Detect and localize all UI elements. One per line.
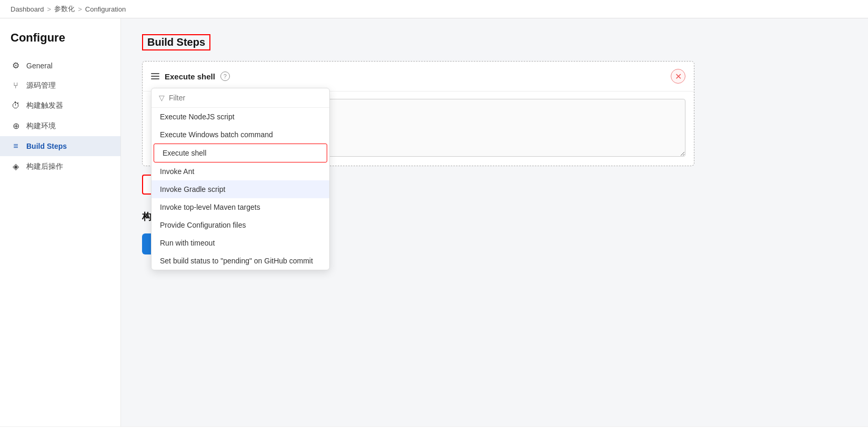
dropdown-item-set-build-status[interactable]: Set build status to "pending" on GitHub … (152, 252, 329, 270)
sidebar-label-source: 源码管理 (26, 81, 56, 90)
separator-1: > (47, 5, 52, 13)
list-icon: ≡ (11, 141, 21, 151)
sidebar-label-build-steps: Build Steps (26, 142, 67, 150)
dropdown-item-invoke-ant[interactable]: Invoke Ant (152, 162, 329, 180)
globe-icon: ⊕ (11, 121, 21, 131)
separator-2: > (78, 5, 82, 13)
breadcrumb-configuration: Configuration (85, 5, 126, 13)
sidebar-item-env[interactable]: ⊕ 构建环境 (0, 116, 120, 136)
sidebar-item-post-build[interactable]: ◈ 构建后操作 (0, 156, 120, 177)
dropdown-item-execute-nodejs[interactable]: Execute NodeJS script (152, 108, 329, 126)
sidebar-label-triggers: 构建触发器 (26, 101, 63, 110)
top-bar: Dashboard > 参数化 > Configuration (0, 0, 868, 18)
breadcrumb-dashboard[interactable]: Dashboard (11, 5, 44, 13)
dropdown-item-invoke-gradle[interactable]: Invoke Gradle script (152, 180, 329, 198)
sidebar-label-post-build: 构建后操作 (26, 162, 63, 171)
configure-title: Configure (0, 31, 120, 55)
dropdown-item-execute-shell[interactable]: Execute shell (154, 144, 327, 162)
breadcrumb-parameterize[interactable]: 参数化 (54, 4, 75, 14)
box-icon: ◈ (11, 161, 21, 171)
build-step-header: Execute shell ? ✕ (143, 62, 694, 91)
clock-icon: ⏱ (11, 101, 21, 110)
dropdown-item-execute-windows[interactable]: Execute Windows batch command (152, 126, 329, 144)
filter-icon: ▽ (159, 94, 165, 102)
sidebar-label-env: 构建环境 (26, 121, 56, 131)
branch-icon: ⑂ (11, 81, 21, 90)
sidebar-item-triggers[interactable]: ⏱ 构建触发器 (0, 96, 120, 116)
dropdown-item-provide-config[interactable]: Provide Configuration files (152, 216, 329, 234)
drag-handle-icon[interactable] (151, 73, 159, 79)
gear-icon: ⚙ (11, 60, 21, 70)
dropdown-item-run-timeout[interactable]: Run with timeout (152, 234, 329, 252)
step-label: Execute shell (165, 72, 215, 81)
main-content: Build Steps Execute shell ? ✕ node} ${id… (121, 18, 868, 426)
help-icon[interactable]: ? (220, 72, 230, 81)
filter-input[interactable] (169, 94, 322, 102)
sidebar: Configure ⚙ General ⑂ 源码管理 ⏱ 构建触发器 ⊕ 构建环… (0, 18, 121, 426)
build-steps-title: Build Steps (142, 34, 210, 50)
build-step-card: Execute shell ? ✕ node} ${id} ▽ Execute … (142, 61, 694, 166)
step-type-dropdown: ▽ Execute NodeJS script Execute Windows … (151, 88, 330, 270)
sidebar-item-build-steps[interactable]: ≡ Build Steps (0, 136, 120, 156)
sidebar-item-general[interactable]: ⚙ General (0, 55, 120, 76)
filter-row: ▽ (152, 88, 329, 108)
dropdown-item-invoke-maven[interactable]: Invoke top-level Maven targets (152, 198, 329, 216)
sidebar-item-source[interactable]: ⑂ 源码管理 (0, 76, 120, 96)
sidebar-label-general: General (26, 62, 53, 70)
close-step-button[interactable]: ✕ (671, 69, 685, 84)
